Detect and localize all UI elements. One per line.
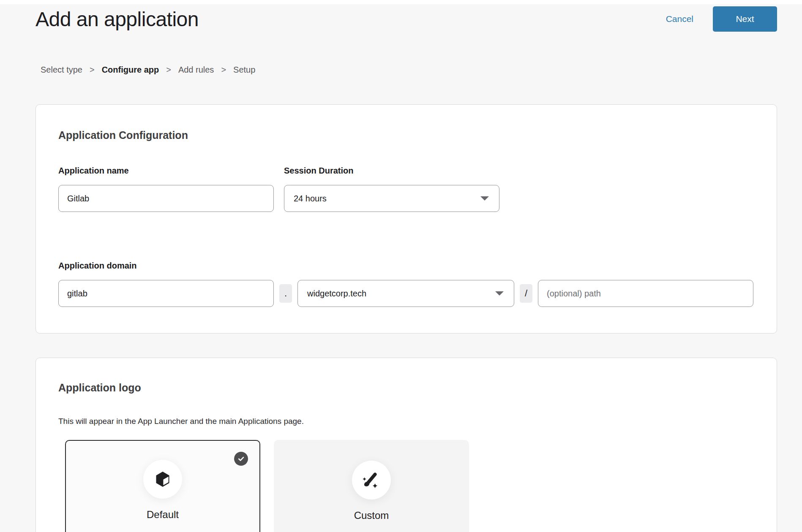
breadcrumb-step-setup[interactable]: Setup xyxy=(233,65,255,75)
header: Add an application Cancel Next xyxy=(0,0,802,32)
logo-description: This will appear in the App Launcher and… xyxy=(58,417,754,426)
domain-select[interactable]: widgetcorp.tech xyxy=(297,280,514,307)
default-logo-circle xyxy=(143,460,182,499)
logo-option-label: Custom xyxy=(354,510,389,521)
cube-icon xyxy=(153,470,172,489)
breadcrumb-separator: > xyxy=(166,65,171,75)
logo-option-label: Default xyxy=(147,509,179,521)
domain-select-value: widgetcorp.tech xyxy=(307,289,366,299)
breadcrumb: Select type > Configure app > Add rules … xyxy=(41,65,802,75)
selected-check-icon xyxy=(234,452,248,466)
logo-options: Default Custom xyxy=(65,440,754,532)
session-duration-value: 24 hours xyxy=(294,194,327,204)
breadcrumb-separator: > xyxy=(90,65,95,75)
application-configuration-card: Application Configuration Application na… xyxy=(35,104,777,334)
application-domain-row: . widgetcorp.tech / xyxy=(58,280,754,307)
session-duration-select[interactable]: 24 hours xyxy=(284,185,499,212)
paintbrush-icon xyxy=(362,471,381,489)
cancel-button[interactable]: Cancel xyxy=(666,14,693,24)
application-logo-title: Application logo xyxy=(58,382,754,394)
breadcrumb-step-add-rules[interactable]: Add rules xyxy=(178,65,214,75)
application-name-label: Application name xyxy=(58,166,274,176)
breadcrumb-separator: > xyxy=(221,65,226,75)
application-domain-label: Application domain xyxy=(58,261,754,271)
subdomain-input[interactable] xyxy=(58,280,274,307)
session-duration-field: Session Duration 24 hours xyxy=(284,166,499,212)
logo-option-default[interactable]: Default xyxy=(65,440,260,532)
breadcrumb-step-select-type[interactable]: Select type xyxy=(41,65,82,75)
name-duration-row: Application name Session Duration 24 hou… xyxy=(58,166,754,212)
breadcrumb-step-configure-app[interactable]: Configure app xyxy=(102,65,159,75)
page-title: Add an application xyxy=(35,8,199,31)
dot-separator: . xyxy=(279,284,292,303)
session-duration-label: Session Duration xyxy=(284,166,499,176)
next-button[interactable]: Next xyxy=(713,6,777,32)
application-configuration-title: Application Configuration xyxy=(58,129,754,141)
application-logo-card: Application logo This will appear in the… xyxy=(35,358,777,532)
slash-separator: / xyxy=(520,284,532,303)
application-name-field: Application name xyxy=(58,166,274,212)
top-edge xyxy=(0,0,802,4)
chevron-down-icon xyxy=(480,195,490,201)
custom-logo-circle xyxy=(352,461,391,499)
chevron-down-icon xyxy=(494,290,505,296)
path-input[interactable] xyxy=(538,280,753,307)
header-actions: Cancel Next xyxy=(666,6,777,32)
application-name-input[interactable] xyxy=(58,185,274,212)
logo-option-custom[interactable]: Custom xyxy=(274,440,469,532)
